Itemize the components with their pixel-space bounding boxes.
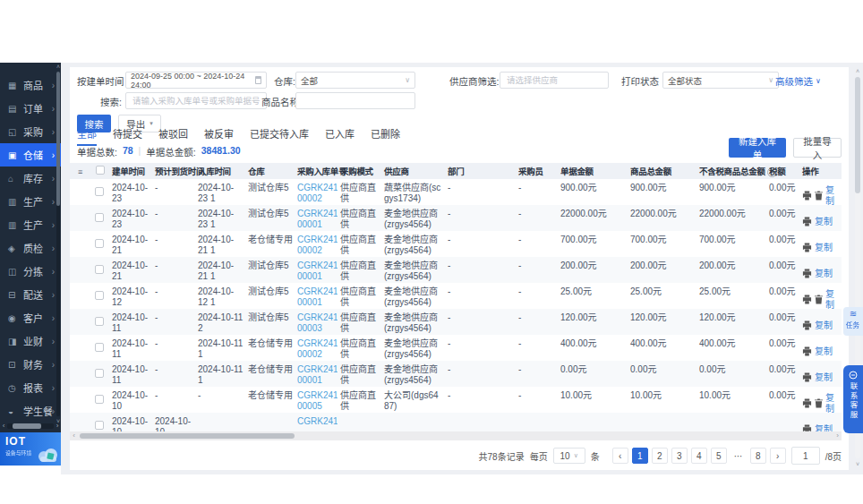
sidebar-item[interactable]: ◨ 业财 › xyxy=(0,329,61,353)
print-icon[interactable] xyxy=(802,372,812,382)
search-input[interactable] xyxy=(131,95,261,107)
row-checkbox[interactable] xyxy=(95,239,104,248)
copy-link[interactable]: 复制 xyxy=(815,346,833,357)
delete-icon[interactable] xyxy=(815,191,823,201)
order-number-link[interactable]: CGRK24102100001 xyxy=(297,261,336,282)
sidebar-item[interactable]: ◱ 采购 › xyxy=(0,120,61,143)
scrollbar-thumb[interactable] xyxy=(80,433,295,439)
row-checkbox[interactable] xyxy=(95,213,104,222)
copy-link[interactable]: 复制 xyxy=(815,424,833,432)
delete-icon[interactable] xyxy=(815,398,823,408)
copy-link[interactable]: 复制 xyxy=(815,243,833,253)
order-number-link[interactable]: CGRK24101200001 xyxy=(297,286,336,308)
prev-page-button[interactable]: ‹ xyxy=(612,448,628,464)
page-button[interactable]: 5 xyxy=(711,448,727,464)
select-all-checkbox[interactable] xyxy=(96,166,105,175)
sidebar-item[interactable]: ◉ 客户 › xyxy=(0,306,61,329)
order-number-link[interactable]: CGRK24101100001 xyxy=(297,364,336,386)
print-icon[interactable] xyxy=(802,191,812,201)
row-checkbox[interactable] xyxy=(95,369,104,378)
tab[interactable]: 待提交 xyxy=(113,126,142,146)
order-number-link[interactable]: CGRK24101000005 xyxy=(297,390,336,412)
sidebar-item[interactable]: ◫ 分拣 › xyxy=(0,260,61,283)
print-icon[interactable] xyxy=(802,320,812,330)
print-icon[interactable] xyxy=(802,217,812,226)
sidebar-item[interactable]: ◷ 报表 › xyxy=(0,376,61,399)
sidebar-item[interactable]: ⌂ 库存 › xyxy=(0,167,61,190)
sidebar-item[interactable]: ▥ 生产 › xyxy=(0,213,61,236)
sidebar-vertical-scrollbar[interactable] xyxy=(56,72,60,416)
tab[interactable]: 被驳回 xyxy=(158,126,188,146)
page-button[interactable]: 4 xyxy=(691,448,707,464)
print-icon[interactable] xyxy=(802,243,812,252)
table-horizontal-scrollbar[interactable]: ‹ › xyxy=(70,431,842,440)
copy-link[interactable]: 复制 xyxy=(815,217,833,227)
sidebar-item[interactable]: ▦ 商品 › xyxy=(0,73,61,97)
copy-link[interactable]: 复制 xyxy=(825,393,840,414)
page-button[interactable]: ⋯ xyxy=(731,448,747,464)
column-settings-icon[interactable]: ≡ xyxy=(78,167,82,176)
batch-import-button[interactable]: 批量导入 xyxy=(793,138,842,158)
sidebar-item[interactable]: ⊡ 财务 › xyxy=(0,353,61,376)
per-page-select[interactable]: 10 ∨ xyxy=(553,448,585,464)
contact-support-button[interactable]: 联系客服 xyxy=(843,365,863,433)
next-page-button[interactable]: › xyxy=(770,448,786,464)
print-icon[interactable] xyxy=(802,269,812,278)
create-inbound-order-button[interactable]: 新建入库单 xyxy=(729,138,786,158)
order-number-link[interactable]: CGRK24102300001 xyxy=(297,209,336,230)
scroll-up-icon[interactable]: ˄ xyxy=(854,68,861,74)
iot-banner[interactable]: IOT 设备与环境 xyxy=(0,432,61,466)
scroll-right-icon[interactable]: › xyxy=(833,431,842,440)
row-checkbox[interactable] xyxy=(95,265,104,274)
row-checkbox[interactable] xyxy=(95,421,104,430)
copy-link[interactable]: 复制 xyxy=(825,185,840,206)
copy-link[interactable]: 复制 xyxy=(815,372,833,383)
tab[interactable]: 已删除 xyxy=(371,126,400,146)
print-icon[interactable] xyxy=(802,346,812,356)
sidebar-item[interactable]: ▤ 订单 › xyxy=(0,97,61,120)
tab[interactable]: 全部 xyxy=(77,126,97,146)
page-button[interactable]: 2 xyxy=(652,448,668,464)
order-number-link[interactable]: CGRK241010 xyxy=(297,416,336,427)
warehouse-select[interactable]: 全部 ∨ xyxy=(295,72,415,89)
print-icon[interactable] xyxy=(802,398,812,408)
task-widget-button[interactable]: ≋ 任务 xyxy=(843,307,863,336)
tab[interactable]: 被反审 xyxy=(204,126,234,146)
order-number-link[interactable]: CGRK24101100002 xyxy=(297,338,336,360)
advanced-filter-link[interactable]: 高级筛选 ∨ xyxy=(775,74,821,88)
goods-name-input[interactable] xyxy=(301,95,410,107)
page-button[interactable]: 1 xyxy=(632,448,648,464)
row-checkbox[interactable] xyxy=(95,317,104,326)
order-number-link[interactable]: CGRK24102300002 xyxy=(297,183,336,204)
delete-icon[interactable] xyxy=(815,295,823,304)
scroll-right-icon[interactable]: › xyxy=(54,423,61,430)
sidebar-horizontal-scrollbar[interactable]: ‹ › xyxy=(0,423,61,430)
row-checkbox[interactable] xyxy=(95,187,104,196)
date-range-picker[interactable]: 2024-09-25 00:00 ~ 2024-10-24 24:00 xyxy=(125,72,267,89)
copy-link[interactable]: 复制 xyxy=(815,320,833,331)
sidebar-item[interactable]: ⊟ 配送 › xyxy=(0,283,61,306)
row-checkbox[interactable] xyxy=(95,343,104,352)
scroll-left-icon[interactable]: ‹ xyxy=(0,423,7,430)
sidebar-item[interactable]: ▥ 生产 › xyxy=(0,190,61,213)
supplier-input[interactable] xyxy=(505,74,603,86)
print-icon[interactable] xyxy=(802,424,812,431)
scroll-down-icon[interactable]: ˅ xyxy=(854,461,861,467)
row-checkbox[interactable] xyxy=(95,395,104,404)
page-jump-input[interactable] xyxy=(791,447,820,465)
sidebar-item[interactable]: ◒ 学生餐 › xyxy=(0,399,61,423)
print-icon[interactable] xyxy=(802,295,812,304)
tab[interactable]: 已入库 xyxy=(325,126,355,146)
sidebar-item[interactable]: ◈ 质检 › xyxy=(0,236,61,260)
scroll-left-icon[interactable]: ‹ xyxy=(70,431,78,440)
scrollbar-thumb[interactable] xyxy=(855,77,860,193)
time-type-select[interactable]: 按建单时间 ∨ xyxy=(77,74,132,88)
tab[interactable]: 已提交待入库 xyxy=(250,126,309,146)
page-button[interactable]: 3 xyxy=(671,448,688,464)
page-button[interactable]: 8 xyxy=(750,448,766,464)
order-number-link[interactable]: CGRK24102100002 xyxy=(297,235,336,256)
copy-link[interactable]: 复制 xyxy=(825,289,840,310)
sidebar-item[interactable]: ▣ 仓储 › xyxy=(0,143,61,167)
copy-link[interactable]: 复制 xyxy=(815,269,833,279)
order-number-link[interactable]: CGRK24101100003 xyxy=(297,312,336,334)
